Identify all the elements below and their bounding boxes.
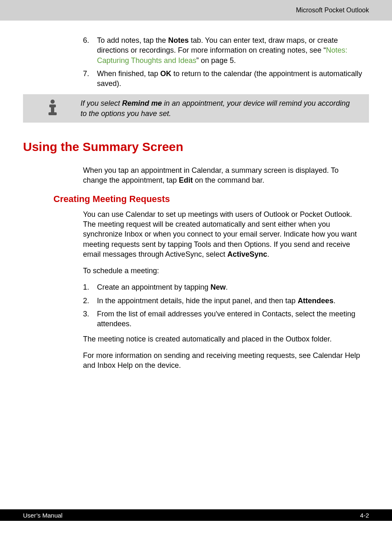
list-item-2: 2. In the appointment details, hide the … — [83, 296, 369, 306]
heading-meeting-requests: Creating Meeting Requests — [53, 194, 369, 204]
text-span: If you select — [81, 99, 122, 107]
list-item-6: 6. To add notes, tap the Notes tab. You … — [83, 35, 369, 65]
text-span: Create an appointment by tapping — [97, 283, 210, 291]
item-text: To add notes, tap the Notes tab. You can… — [97, 35, 369, 65]
item-text: When finished, tap OK to return to the c… — [97, 69, 369, 89]
paragraph: To schedule a meeting: — [83, 266, 369, 276]
text-span: . — [333, 297, 335, 305]
item-text: From the list of email addresses you've … — [97, 309, 369, 329]
note-text: If you select Remind me in an appointmen… — [81, 98, 363, 118]
paragraph: You can use Calendar to set up meetings … — [83, 209, 369, 259]
info-note-box: If you select Remind me in an appointmen… — [23, 94, 369, 123]
text-span: In the appointment details, hide the inp… — [97, 297, 297, 305]
item-number: 6. — [83, 35, 97, 65]
list-item-1: 1. Create an appointment by tapping New. — [83, 282, 369, 292]
item-text: In the appointment details, hide the inp… — [97, 296, 369, 306]
paragraph: When you tap an appointment in Calendar,… — [83, 165, 369, 186]
header-title: Microsoft Pocket Outlook — [296, 7, 369, 14]
page-content: 6. To add notes, tap the Notes tab. You … — [0, 35, 392, 371]
bold-remind-me: Remind me — [122, 99, 162, 107]
text-span: When finished, tap — [97, 70, 160, 78]
item-number: 2. — [83, 296, 97, 306]
list-item-7: 7. When finished, tap OK to return to th… — [83, 69, 369, 89]
bold-activesync: ActiveSync — [227, 250, 267, 258]
svg-rect-2 — [51, 107, 54, 113]
text-span: . — [267, 250, 269, 258]
item-number: 3. — [83, 309, 97, 329]
svg-rect-3 — [48, 112, 57, 115]
list-item-3: 3. From the list of email addresses you'… — [83, 309, 369, 329]
item-number: 1. — [83, 282, 97, 292]
bold-new: New — [210, 283, 226, 291]
item-text: Create an appointment by tapping New. — [97, 282, 369, 292]
meeting-steps-list: 1. Create an appointment by tapping New.… — [83, 282, 369, 329]
footer-bar: User’s Manual 4-2 — [0, 509, 392, 521]
heading-summary-screen: Using the Summary Screen — [23, 140, 369, 154]
text-span: ” on page 5. — [196, 56, 236, 65]
paragraph: The meeting notice is created automatica… — [83, 334, 369, 344]
info-icon — [44, 98, 62, 116]
bold-attendees: Attendees — [297, 297, 333, 305]
header-bar: Microsoft Pocket Outlook — [0, 0, 392, 21]
bold-notes: Notes — [168, 36, 189, 44]
footer-left: User’s Manual — [23, 512, 62, 519]
footer-right: 4-2 — [360, 512, 369, 519]
svg-point-0 — [51, 100, 55, 104]
text-span: . — [226, 283, 228, 291]
bold-edit: Edit — [179, 176, 193, 184]
text-span: on the command bar. — [193, 176, 264, 184]
text-span: To add notes, tap the — [97, 36, 168, 44]
top-numbered-list: 6. To add notes, tap the Notes tab. You … — [83, 35, 369, 88]
item-number: 7. — [83, 69, 97, 89]
paragraph: For more information on sending and rece… — [83, 351, 369, 371]
text-span: You can use Calendar to set up meetings … — [83, 210, 357, 258]
bold-ok: OK — [160, 70, 173, 78]
